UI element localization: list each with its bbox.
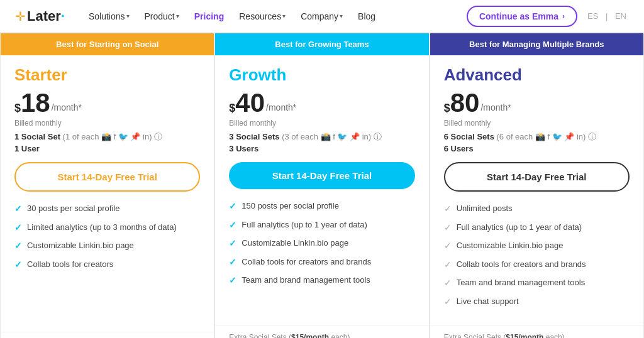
continue-as-emma-button[interactable]: Continue as Emma › [467,6,577,27]
advanced-plan-name: Advanced [444,65,630,85]
advanced-banner: Best for Managing Multiple Brands [430,33,643,55]
advanced-features-list: ✓Unlimited posts ✓Full analytics (up to … [444,203,630,315]
advanced-price-period: /month* [480,102,511,112]
check-icon: ✓ [14,222,22,234]
list-item: ✓Collab tools for creators and brands [229,256,414,269]
growth-plan-card: Best for Growing Teams Growth $ 40 /mont… [214,33,429,338]
growth-price-row: $ 40 /month* [229,90,414,116]
list-item: ✓Full analytics (up to 1 year of data) [229,219,414,232]
advanced-social-sets: 6 Social Sets (6 of each 📸 f 🐦 📌 in) ⓘ [444,131,630,143]
navbar: ✛ Later· Solutions ▾ Product ▾ Pricing R… [0,0,644,33]
growth-footer: Extra Social Sets ($15/month each)Extra … [215,325,428,338]
advanced-users: 6 Users [444,144,630,153]
growth-banner: Best for Growing Teams [215,33,428,55]
advanced-card-body: Advanced $ 80 /month* Billed monthly 6 S… [430,55,643,325]
growth-plan-name: Growth [229,65,414,85]
logo[interactable]: ✛ Later· [15,8,65,25]
nav-blog[interactable]: Blog [352,8,382,25]
starter-price-amount: 18 [21,90,50,116]
growth-price-period: /month* [266,102,296,112]
starter-dollar-sign: $ [14,102,21,114]
pricing-cards: Best for Starting on Social Starter $ 18… [0,33,644,338]
starter-plan-card: Best for Starting on Social Starter $ 18… [0,33,214,338]
nav-solutions[interactable]: Solutions ▾ [82,8,136,25]
language-selector[interactable]: ES | EN [585,11,629,21]
growth-price-amount: 40 [235,90,265,116]
list-item: ✓Team and brand management tools [444,277,630,290]
advanced-price-row: $ 80 /month* [444,90,630,116]
starter-price-period: /month* [52,102,82,112]
list-item: ✓Collab tools for creators [14,259,200,271]
list-item: ✓Customizable Linkin.bio page [14,240,200,253]
check-icon: ✓ [14,203,22,215]
starter-footer: ⊘ Extra Social Sets and users not availa… [1,332,214,338]
advanced-billed-note: Billed monthly [444,119,630,128]
list-item: ✓Collab tools for creators and brands [444,259,630,271]
list-item: ✓30 posts per social profile [14,203,200,215]
chevron-down-icon: ▾ [340,13,343,19]
check-icon: ✓ [444,296,452,308]
nav-product[interactable]: Product ▾ [138,8,186,25]
advanced-plan-card: Best for Managing Multiple Brands Advanc… [430,33,644,338]
chevron-down-icon: ▾ [126,13,130,19]
starter-plan-name: Starter [14,65,200,85]
check-icon: ✓ [229,200,236,213]
list-item: ✓150 posts per social profile [229,200,414,213]
list-item: ✓Limited analytics (up to 3 months of da… [14,222,200,234]
growth-trial-button[interactable]: Start 14-Day Free Trial [229,162,414,189]
advanced-dollar-sign: $ [444,102,450,114]
nav-resources[interactable]: Resources ▾ [233,8,292,25]
check-icon: ✓ [444,277,452,290]
check-icon: ✓ [229,256,236,269]
advanced-price-amount: 80 [450,90,480,116]
advanced-trial-button[interactable]: Start 14-Day Free Trial [444,162,630,192]
check-icon: ✓ [229,275,236,287]
arrow-right-icon: › [562,12,565,21]
growth-social-sets: 3 Social Sets (3 of each 📸 f 🐦 📌 in) ⓘ [229,131,414,143]
starter-users: 1 User [14,144,200,153]
starter-billed-note: Billed monthly [14,119,200,128]
starter-trial-button[interactable]: Start 14-Day Free Trial [14,162,200,192]
list-item: ✓Customizable Linkin.bio page [444,240,630,253]
list-item: ✓Team and brand management tools [229,275,414,287]
list-item: ✓Customizable Linkin.bio page [229,237,414,250]
chevron-down-icon: ▾ [176,13,179,19]
check-icon: ✓ [444,240,452,253]
nav-pricing[interactable]: Pricing [188,8,230,25]
list-item: ✓Unlimited posts [444,203,630,215]
starter-social-sets: 1 Social Set (1 of each 📸 f 🐦 📌 in) ⓘ [14,131,200,143]
growth-billed-note: Billed monthly [229,119,414,128]
logo-icon: ✛ [15,9,26,24]
check-icon: ✓ [444,222,452,234]
advanced-footer: Extra Social Sets ($15/month each)Extra … [430,325,643,338]
growth-card-body: Growth $ 40 /month* Billed monthly 3 Soc… [215,55,428,325]
chevron-down-icon: ▾ [282,13,286,19]
nav-links: Solutions ▾ Product ▾ Pricing Resources … [82,8,467,25]
growth-features-list: ✓150 posts per social profile ✓Full anal… [229,200,414,315]
starter-banner: Best for Starting on Social [1,33,214,55]
starter-card-body: Starter $ 18 /month* Billed monthly 1 So… [1,55,214,332]
growth-users: 3 Users [229,144,414,153]
list-item: ✓Full analytics (up to 1 year of data) [444,222,630,234]
check-icon: ✓ [229,237,236,250]
starter-price-row: $ 18 /month* [14,90,200,116]
check-icon: ✓ [444,203,452,215]
nav-right: Continue as Emma › ES | EN [467,6,629,27]
logo-text: Later· [27,8,65,25]
nav-company[interactable]: Company ▾ [294,8,349,25]
growth-dollar-sign: $ [229,102,235,114]
check-icon: ✓ [229,219,236,232]
list-item: ✓Live chat support [444,296,630,308]
check-icon: ✓ [444,259,452,271]
starter-features-list: ✓30 posts per social profile ✓Limited an… [14,203,200,322]
check-icon: ✓ [14,259,22,271]
check-icon: ✓ [14,240,22,253]
